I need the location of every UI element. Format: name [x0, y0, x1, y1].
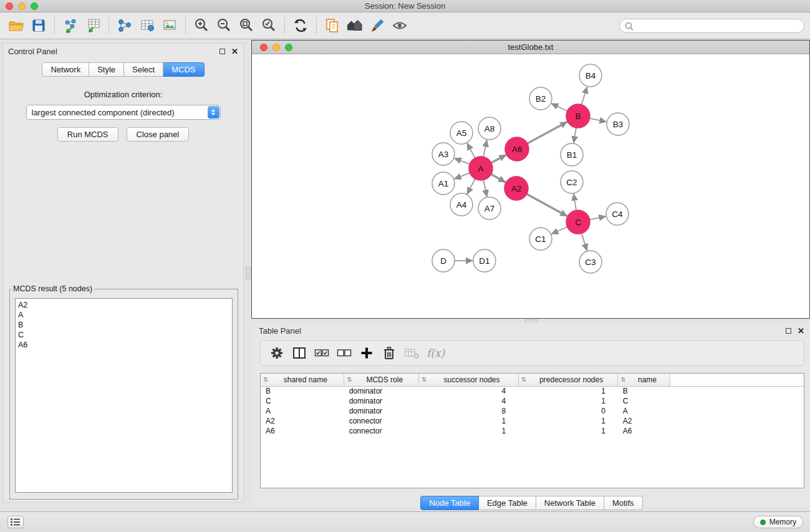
delete-table-icon[interactable] [400, 343, 423, 363]
zoom-window-icon[interactable] [31, 2, 38, 10]
column-header-MCDS-role[interactable]: ⇅MCDS role [344, 374, 419, 386]
new-network-icon[interactable] [113, 15, 136, 36]
table-cell[interactable]: connector [344, 426, 419, 436]
zoom-fit-icon[interactable] [235, 15, 258, 36]
table-cell[interactable]: dominator [344, 396, 419, 406]
minimize-network-window-icon[interactable] [272, 44, 280, 51]
zoom-out-icon[interactable] [213, 15, 235, 36]
column-header-successor-nodes[interactable]: ⇅successor nodes [418, 374, 518, 386]
graph-node-C4[interactable]: C4 [606, 203, 629, 225]
graph-edge-A-A6[interactable] [491, 155, 506, 163]
columns-icon[interactable] [288, 343, 311, 363]
graph-node-D1[interactable]: D1 [473, 249, 496, 272]
zoom-in-icon[interactable] [190, 15, 213, 36]
graph-node-A3[interactable]: A3 [432, 143, 455, 165]
import-table-icon[interactable] [82, 15, 104, 36]
table-cell[interactable]: dominator [344, 406, 419, 416]
mcds-result-item[interactable]: A [18, 310, 229, 320]
network-graph[interactable]: B4B2BB3A5A8A6B1A3AC2A1A2A4A7C4CC1C3DD1 [252, 55, 809, 318]
graph-edge-A-A7[interactable] [483, 180, 487, 197]
task-list-button[interactable] [7, 516, 24, 528]
table-cell[interactable]: B [261, 386, 344, 396]
graph-edge-A2-C[interactable] [527, 194, 567, 216]
graph-edge-A-A5[interactable] [467, 143, 475, 158]
table-cell[interactable]: connector [344, 416, 419, 426]
tab-node-table[interactable]: Node Table [420, 496, 479, 510]
tab-edge-table[interactable]: Edge Table [479, 496, 536, 510]
tab-motifs[interactable]: Motifs [604, 496, 643, 510]
graph-canvas[interactable]: B4B2BB3A5A8A6B1A3AC2A1A2A4A7C4CC1C3DD1 [252, 55, 809, 318]
graph-node-A8[interactable]: A8 [478, 117, 501, 140]
table-row[interactable]: Cdominator41C [261, 396, 804, 406]
search-field[interactable] [619, 19, 804, 33]
select-all-icon[interactable] [311, 343, 333, 363]
float-table-panel-icon[interactable] [786, 328, 791, 334]
table-cell[interactable]: A [261, 406, 344, 416]
add-row-icon[interactable] [355, 343, 378, 363]
column-header-shared-name[interactable]: ⇅shared name [261, 374, 344, 386]
network-window-titlebar[interactable]: testGlobe.txt [252, 41, 809, 54]
close-window-icon[interactable] [6, 2, 13, 10]
table-cell[interactable]: A2 [261, 416, 344, 426]
graph-edge-A-A4[interactable] [467, 179, 475, 194]
graph-edge-A-A8[interactable] [483, 140, 487, 157]
graph-edge-B-B3[interactable] [590, 118, 607, 122]
graph-edge-B-B1[interactable] [574, 128, 576, 143]
mcds-result-item[interactable]: B [18, 320, 229, 330]
delete-row-icon[interactable] [378, 343, 400, 363]
graph-node-A7[interactable]: A7 [478, 197, 501, 220]
graph-node-B1[interactable]: B1 [561, 143, 583, 166]
table-cell[interactable]: 4 [418, 386, 518, 396]
table-row[interactable]: Adominator80A [261, 406, 804, 416]
table-cell[interactable]: A6 [261, 426, 344, 436]
zoom-network-window-icon[interactable] [285, 44, 292, 51]
table-cell[interactable]: 1 [518, 386, 618, 396]
close-panel-button[interactable]: Close panel [127, 127, 190, 142]
graph-node-A4[interactable]: A4 [450, 193, 473, 216]
fx-icon[interactable]: f(x) [427, 347, 445, 359]
mcds-result-item[interactable]: A2 [18, 300, 229, 310]
column-header-predecessor-nodes[interactable]: ⇅predecessor nodes [518, 374, 618, 386]
graph-node-A1[interactable]: A1 [432, 172, 455, 195]
graph-node-A[interactable]: A [469, 157, 493, 180]
close-network-window-icon[interactable] [260, 44, 268, 51]
graph-node-A6[interactable]: A6 [505, 137, 529, 161]
table-cell[interactable]: B [618, 386, 670, 396]
tab-network[interactable]: Network [42, 62, 89, 77]
network-table-icon[interactable] [136, 15, 158, 36]
table-cell[interactable]: 8 [418, 406, 518, 416]
copy-document-icon[interactable] [321, 15, 344, 36]
graph-node-C[interactable]: C [566, 210, 590, 234]
graph-edge-C-C2[interactable] [574, 194, 576, 210]
graph-node-A5[interactable]: A5 [450, 122, 473, 144]
float-panel-icon[interactable] [219, 49, 225, 54]
minimize-window-icon[interactable] [18, 2, 26, 10]
home-icon[interactable] [344, 15, 366, 36]
table-cell[interactable]: 4 [418, 396, 518, 406]
deselect-all-icon[interactable] [333, 343, 355, 363]
graph-node-B2[interactable]: B2 [529, 87, 552, 110]
graph-node-A2[interactable]: A2 [504, 177, 528, 200]
table-cell[interactable]: 1 [418, 426, 518, 436]
graph-edge-A6-B[interactable] [528, 122, 567, 143]
gear-icon[interactable] [266, 343, 288, 363]
table-cell[interactable]: C [618, 396, 670, 406]
column-header-name[interactable]: ⇅name [618, 374, 670, 386]
close-table-panel-icon[interactable]: ✕ [798, 326, 804, 336]
tab-network-table[interactable]: Network Table [536, 496, 604, 510]
mcds-result-item[interactable]: A6 [18, 340, 229, 350]
memory-button[interactable]: Memory [753, 516, 803, 528]
run-mcds-button[interactable]: Run MCDS [57, 127, 118, 142]
show-hide-icon[interactable] [388, 15, 411, 36]
save-session-icon[interactable] [27, 15, 50, 36]
vertical-splitter-handle[interactable] [246, 267, 251, 279]
graph-node-C1[interactable]: C1 [529, 228, 552, 250]
export-image-icon[interactable] [158, 15, 181, 36]
graph-edge-C-C3[interactable] [582, 233, 587, 251]
mcds-result-list[interactable]: A2ABCA6 [15, 298, 233, 493]
zoom-selected-icon[interactable] [258, 15, 280, 36]
table-cell[interactable]: C [261, 396, 344, 406]
graph-node-B[interactable]: B [566, 104, 590, 128]
graph-edge-A-A1[interactable] [455, 173, 470, 179]
criterion-dropdown[interactable]: largest connected component (directed) [26, 105, 221, 120]
